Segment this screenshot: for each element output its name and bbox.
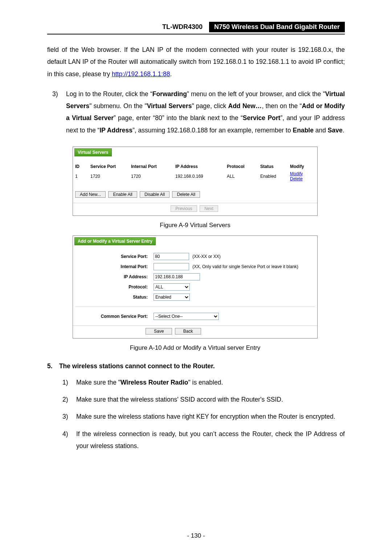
step-3-text: Log in to the Router, click the “Forward… [66, 88, 345, 136]
table-header-row: ID Service Port Internal Port IP Address… [73, 163, 317, 170]
back-button[interactable]: Back [175, 328, 201, 335]
col-id: ID [73, 163, 88, 170]
label-status: Status: [74, 292, 151, 302]
common-service-port-select[interactable]: --Select One-- [154, 313, 219, 320]
form-table: Service Port: (XX-XX or XX) Internal Por… [73, 251, 317, 322]
page-header: TL-WDR4300 N750 Wireless Dual Band Gigab… [47, 22, 345, 32]
step-3: 3) Log in to the Router, click the “Forw… [52, 88, 345, 136]
product-label: N750 Wireless Dual Band Gigabit Router [209, 22, 345, 32]
cell-internal-port: 1720 [129, 170, 173, 182]
step-3-number: 3) [52, 88, 65, 100]
label-ip-address: IP Address: [74, 272, 151, 282]
internal-port-input[interactable] [154, 263, 189, 270]
service-port-hint: (XX-XX or XX) [192, 254, 220, 259]
label-internal-port: Internal Port: [74, 262, 151, 271]
enable-all-button[interactable]: Enable All [108, 191, 137, 198]
button-row: Add New... Enable All Disable All Delete… [75, 191, 317, 198]
cell-status: Enabled [258, 170, 288, 182]
cell-ip-address: 192.168.0.169 [173, 170, 225, 182]
list-item: 3) Make sure the wireless stations have … [62, 411, 345, 423]
q5-sublist: 1) Make sure the "Wireless Router Radio"… [62, 377, 345, 452]
cell-modify: Modify Delete [288, 170, 317, 182]
col-ip-address: IP Address [173, 163, 225, 170]
save-button[interactable]: Save [146, 328, 172, 335]
page-number: - 130 - [0, 532, 392, 539]
status-select[interactable]: Enabled [154, 294, 190, 301]
previous-button[interactable]: Previous [171, 205, 197, 212]
label-service-port: Service Port: [74, 252, 151, 261]
internal-port-hint: (XX, Only valid for single Service Port … [192, 264, 298, 269]
list-item: 4) If the wireless connection is ready, … [62, 428, 345, 452]
list-item: 1) Make sure the "Wireless Router Radio"… [62, 377, 345, 389]
ip-address-input[interactable] [154, 273, 200, 280]
virtual-servers-title: Virtual Servers [74, 148, 112, 156]
q5-text: The wireless stations cannot connect to … [59, 362, 215, 370]
disable-all-button[interactable]: Disable All [140, 191, 170, 198]
q5-number: 5. [47, 362, 57, 370]
form-button-row: Save Back [73, 325, 317, 338]
intro-paragraph: field of the Web browser. If the LAN IP … [47, 44, 345, 80]
modify-link[interactable]: Modify [290, 171, 303, 176]
label-common-service-port: Common Service Port: [74, 312, 151, 321]
add-new-button[interactable]: Add New... [75, 191, 106, 198]
col-protocol: Protocol [225, 163, 258, 170]
col-modify: Modify [288, 163, 317, 170]
virtual-servers-panel: Virtual Servers ID Service Port Internal… [73, 147, 318, 216]
service-port-input[interactable] [154, 253, 189, 260]
add-modify-panel: Add or Modify a Virtual Server Entry Ser… [73, 235, 318, 338]
header-rule [47, 34, 345, 34]
intro-text-a: field of the Web browser. If the LAN IP … [47, 46, 345, 78]
figure-a9-caption: Figure A-9 Virtual Servers [73, 222, 318, 229]
next-button[interactable]: Next [200, 205, 218, 212]
delete-link[interactable]: Delete [290, 176, 303, 181]
model-label: TL-WDR4300 [162, 22, 209, 32]
col-internal-port: Internal Port [129, 163, 173, 170]
cell-protocol: ALL [225, 170, 258, 182]
protocol-select[interactable]: ALL [154, 283, 190, 291]
nav-row: Previous Next [73, 203, 317, 216]
virtual-servers-table: ID Service Port Internal Port IP Address… [73, 163, 317, 182]
question-5: 5. The wireless stations cannot connect … [47, 362, 345, 370]
cell-service-port: 1720 [88, 170, 129, 182]
delete-all-button[interactable]: Delete All [172, 191, 200, 198]
col-service-port: Service Port [88, 163, 129, 170]
intro-text-b: . [170, 70, 172, 78]
list-item: 2) Make sure that the wireless stations'… [62, 394, 345, 406]
table-row: 1 1720 1720 192.168.0.169 ALL Enabled Mo… [73, 170, 317, 182]
add-modify-title: Add or Modify a Virtual Server Entry [74, 237, 156, 245]
intro-link[interactable]: http://192.168.1.1:88 [112, 70, 170, 78]
cell-id: 1 [73, 170, 88, 182]
label-protocol: Protocol: [74, 282, 151, 292]
figure-a10-caption: Figure A-10 Add or Modify a Virtual serv… [73, 344, 318, 352]
col-status: Status [258, 163, 288, 170]
